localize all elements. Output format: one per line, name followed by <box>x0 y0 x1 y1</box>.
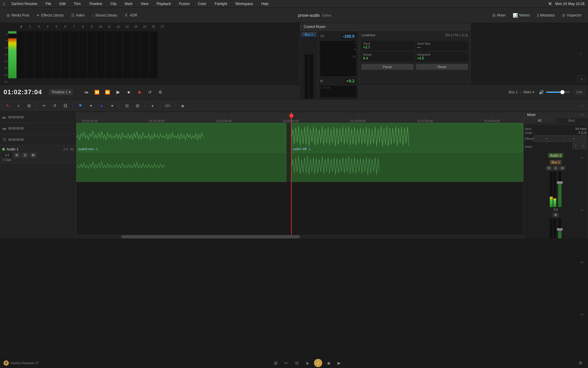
fusion-page-icon[interactable]: ◈ <box>303 359 312 367</box>
order-row: Order F-E-D <box>525 131 587 135</box>
color-dropdown-button[interactable]: ▾ <box>108 102 116 110</box>
arrow-tool-button[interactable]: ↖ <box>4 102 12 110</box>
metadata-button[interactable]: ℹ Metadata <box>534 12 558 19</box>
code-view-button[interactable]: </> <box>163 102 172 110</box>
sound-library-button[interactable]: ♪ Sound Library <box>89 12 120 19</box>
cut-page-icon[interactable]: ✂ <box>282 359 290 367</box>
go-to-start-button[interactable]: ⏮ <box>82 88 91 96</box>
meter-bar-ch11 <box>96 31 105 78</box>
a1-fader[interactable] <box>558 172 562 207</box>
menu-davinci[interactable]: DaVinci Resolve <box>10 1 39 6</box>
apple-menu[interactable]:  <box>4 1 5 6</box>
solo-button[interactable]: S <box>22 152 28 158</box>
mixer-tabs: A1 Bus1 <box>524 118 588 125</box>
edit-page-icon[interactable]: ⊟ <box>293 359 301 367</box>
bus1-mute-btn[interactable]: M <box>553 213 559 217</box>
menu-playback[interactable]: Playback <box>155 1 173 6</box>
menu-trim[interactable]: Trim <box>72 1 83 6</box>
loudness-header: Loudness BS.1770-1 (LU) <box>361 33 468 37</box>
media-pool-bottom-icon[interactable]: ⊞ <box>272 359 280 367</box>
keyframe-button[interactable]: ◆ <box>178 102 187 110</box>
ruler-mark-2: 01:01:30:00 <box>149 117 165 123</box>
effects-library-button[interactable]: ✦ Effects Library <box>33 12 66 19</box>
ruler-mark-3: 01:02:00:00 <box>216 117 232 123</box>
ruler-mark-7: 01:04:00:00 <box>484 117 500 123</box>
add-edit-button[interactable]: + <box>14 102 23 110</box>
menu-timeline[interactable]: Timeline <box>87 1 104 6</box>
link-button[interactable]: ⛓ <box>61 102 70 110</box>
channel-11-num: 11 <box>105 25 113 28</box>
flag-dropdown-button[interactable]: ▾ <box>86 102 95 110</box>
go-home-icon[interactable]: ⏮ <box>2 126 6 131</box>
short-max-stat: Short Max — <box>415 41 468 51</box>
audio7-lower-clip[interactable] <box>291 152 523 182</box>
ripple-button[interactable]: ↺ <box>50 102 59 110</box>
menu-view[interactable]: View <box>139 1 150 6</box>
reset-button[interactable]: Reset <box>416 64 468 70</box>
multicam-button[interactable]: ⊞ <box>133 102 142 110</box>
timeline-scroll-thumb[interactable] <box>121 235 300 238</box>
menu-mark[interactable]: Mark <box>123 1 134 6</box>
bus-route-destination: Main <box>524 90 531 94</box>
volume-slider[interactable] <box>546 92 570 93</box>
skip-to-start-icon[interactable]: ⏭ <box>2 115 6 120</box>
settings-icon[interactable]: ⚙ <box>576 359 584 367</box>
menu-clip[interactable]: Clip <box>108 1 118 6</box>
bus1-fader[interactable] <box>558 218 562 238</box>
effects-add-button[interactable]: + <box>534 135 559 142</box>
stop-button[interactable]: ■ <box>125 88 133 96</box>
menu-fusion[interactable]: Fusion <box>177 1 191 6</box>
color-page-icon[interactable]: ◉ <box>325 359 333 367</box>
index-button[interactable]: ☰ Index <box>68 12 88 19</box>
options-button[interactable]: ⚙ <box>156 88 165 96</box>
audio6-clip[interactable]: audio6.mov - L <box>76 123 286 152</box>
adr-button[interactable]: 🎙 ADR <box>121 12 140 19</box>
selection-tool-button[interactable]: ⊞ <box>25 102 34 110</box>
range-value: 9.4 <box>363 56 412 60</box>
deliver-page-icon[interactable]: ▶ <box>335 359 343 367</box>
meters-button[interactable]: 📊 Meters <box>510 12 533 19</box>
menu-fairlight[interactable]: Fairlight <box>213 1 229 6</box>
track-color-indicator <box>2 148 5 150</box>
menu-edit[interactable]: Edit <box>58 1 67 6</box>
bus1-vu-bars <box>550 218 556 238</box>
timeline-scrollbar[interactable] <box>76 235 523 238</box>
audio7-clip[interactable]: audio7.diff - L <box>291 123 523 152</box>
mute-button[interactable]: M <box>30 152 36 158</box>
flag-button[interactable]: ⚑ <box>76 102 85 110</box>
media-pool-button[interactable]: ⊞ Media Pool <box>4 12 32 19</box>
a1-solo-btn[interactable]: S <box>553 166 559 170</box>
pause-button[interactable]: Pause <box>361 64 414 70</box>
cut-button[interactable]: ✂ <box>40 102 49 110</box>
clock-icon[interactable]: ⏱ <box>2 137 6 142</box>
step-forward-button[interactable]: ⏩ <box>103 88 112 96</box>
loop-button[interactable]: ↺ <box>146 88 154 96</box>
a1-mute-btn[interactable]: M <box>559 166 565 170</box>
ripple-trim-button[interactable]: ⊟ <box>123 102 131 110</box>
audio-upper-lane: audio6.mov - L audio7.diff - L <box>76 123 523 152</box>
audio1-track-header: Audio 1 2.0 A1 0.0 R S M 2 Clips <box>0 145 76 164</box>
color-button[interactable]: ● <box>97 102 106 110</box>
channel-name-area: Audio 1 Bus 1 <box>548 153 563 166</box>
mixer-tab-a1[interactable]: A1 <box>524 118 556 123</box>
audio6-lower-clip[interactable] <box>76 152 286 182</box>
meters-icon: 📊 <box>513 13 518 18</box>
record-button[interactable]: ⏺ <box>135 88 143 96</box>
play-button[interactable]: ▶ <box>114 88 122 96</box>
step-back-button[interactable]: ⏪ <box>93 88 101 96</box>
record-enable-button[interactable]: R <box>14 152 20 158</box>
timeline-selector[interactable]: Timeline 1 ▾ <box>49 89 73 95</box>
menu-help[interactable]: Help <box>260 1 270 6</box>
a1-record-btn[interactable]: R <box>546 166 552 170</box>
fairlight-page-icon[interactable]: ♪ <box>314 359 322 367</box>
menu-workspace[interactable]: Workspace <box>234 1 255 6</box>
bus-route-label: Bus 1 <box>509 90 518 94</box>
menu-file[interactable]: File <box>44 1 53 6</box>
snapping-button[interactable]: ● <box>148 102 157 110</box>
insert-1-button[interactable]: I <box>572 143 579 149</box>
timeline-content[interactable]: audio6.mov - L audio7.diff - L <box>76 123 523 235</box>
mixer-button[interactable]: ⊞ Mixer <box>489 12 509 19</box>
menu-color[interactable]: Color <box>196 1 208 6</box>
track-volume-display[interactable]: 0.0 <box>2 153 12 157</box>
tp-label: TP <box>320 34 324 38</box>
